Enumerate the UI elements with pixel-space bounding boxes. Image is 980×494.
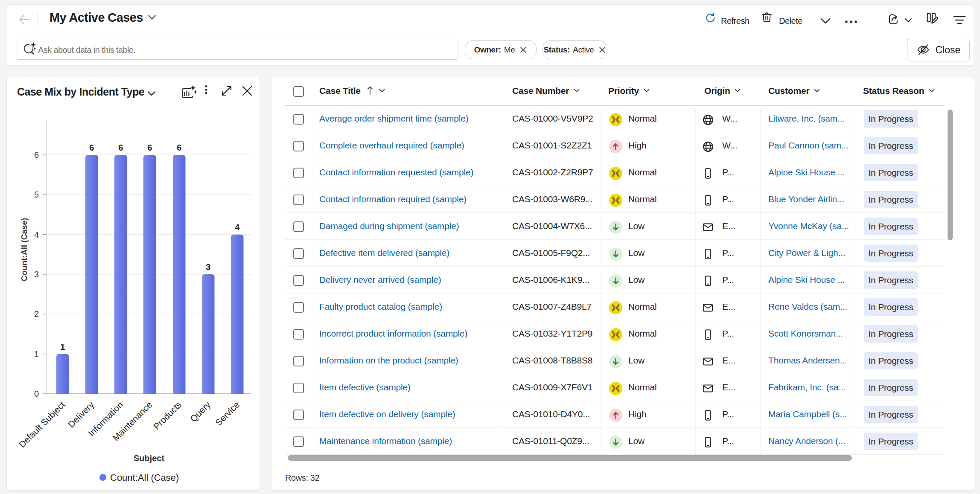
svg-text:3: 3 [34, 270, 39, 279]
svg-text:4: 4 [34, 230, 39, 239]
svg-text:Default Subject: Default Subject [17, 399, 67, 449]
svg-text:Products: Products [152, 400, 184, 432]
svg-text:Count:All (Case): Count:All (Case) [20, 218, 29, 282]
svg-text:Query: Query [188, 399, 213, 424]
svg-text:1: 1 [34, 349, 39, 359]
svg-text:3: 3 [206, 262, 210, 272]
svg-text:1: 1 [60, 342, 65, 352]
svg-text:6: 6 [118, 143, 123, 152]
svg-text:Delivery: Delivery [66, 399, 96, 429]
svg-text:Service: Service [213, 400, 242, 428]
svg-text:Count:All (Case): Count:All (Case) [110, 472, 179, 483]
svg-text:6: 6 [89, 143, 94, 152]
svg-text:6: 6 [177, 143, 181, 152]
svg-text:2: 2 [34, 309, 39, 319]
svg-text:Subject: Subject [134, 453, 165, 463]
svg-text:0: 0 [34, 389, 39, 398]
svg-text:5: 5 [34, 190, 39, 199]
svg-text:6: 6 [147, 143, 152, 152]
svg-text:6: 6 [34, 150, 39, 160]
svg-text:4: 4 [235, 223, 240, 232]
